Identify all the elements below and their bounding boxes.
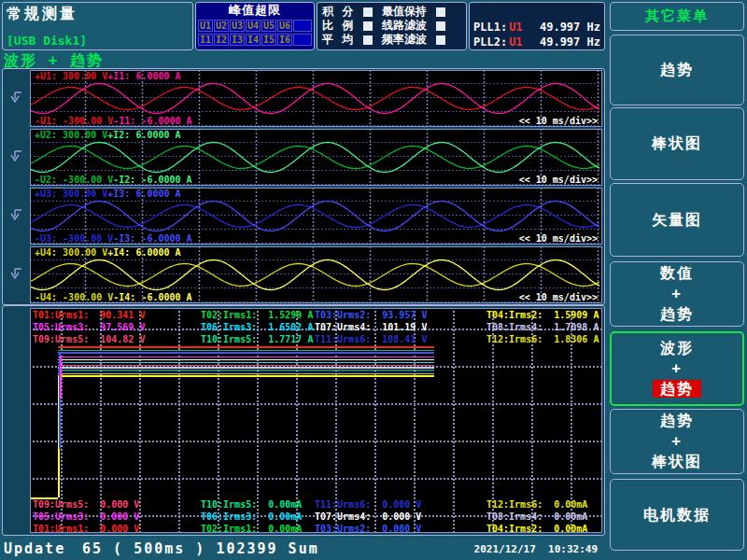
update-label: Update [4, 540, 65, 557]
peak-cell-I3: I3 [230, 34, 245, 46]
u-min-label: -U1: -300.00 V [35, 116, 113, 126]
toggle-line-filter-checkbox [436, 21, 445, 31]
waveform-channel-2: +U2: 300.00 V+I2: 6.0000 A-U2: -300.00 V… [30, 129, 602, 186]
trend-legend-entry: T08:Irms4: 1.7098 A [486, 322, 599, 332]
timebase-label: << 10 ms/div>> [519, 116, 598, 126]
toggle-freq-filter-checkbox [436, 35, 445, 45]
u-max-label: +U1: 300.00 V [35, 71, 107, 81]
peak-cell-I1: I1 [198, 34, 213, 46]
peak-cell-U1: U1 [198, 20, 213, 32]
menu-item-wave-trend[interactable]: 波形+趋势 [610, 331, 744, 406]
peak-overlimit-title: 峰值超限 [196, 3, 314, 18]
pll2-row: PLL2:U149.997 Hz [470, 35, 604, 49]
u-max-label: +U4: 300.00 V [35, 247, 107, 258]
peak-cell-U5: U5 [261, 20, 276, 32]
usb-disk-label: [USB Disk1] [7, 34, 87, 48]
menu-item-line: + [671, 284, 683, 304]
trend-legend-entry: T01:Urms1: 90.341 V [33, 310, 145, 320]
trend-legend-entry-zero: T10:Irms5: 0.00mA [201, 499, 302, 510]
i-max-label: +I3: 6.0000 A [107, 189, 180, 199]
trend-legend-entry: T07:Urms4: 101.19 V [315, 322, 427, 332]
waveform-channel-3: +U3: 300.00 V+I3: 6.0000 A-U3: -300.00 V… [30, 188, 602, 245]
toggle-freq-filter-label: 频率滤波 [382, 32, 432, 48]
menu-item-line: 数值 [660, 263, 694, 284]
peak-row-current: I1I2I3I4I5I6 [196, 34, 314, 46]
trend-legend-entry: T03:Urms2: 93.957 V [315, 310, 427, 320]
zero-position-arrow-icon [9, 149, 23, 164]
trend-legend-entry: T05:Urms3: 97.569 V [33, 322, 145, 332]
trend-legend-entry-zero: T06:Irms3: 0.00mA [201, 511, 302, 522]
menu-item-line: + [671, 358, 683, 379]
power-analyzer-screen: 常规测量 [USB Disk1] 峰值超限 U1U2U3U4U5U6 I1I2I… [0, 0, 747, 560]
menu-item-line: 波形 [660, 338, 694, 358]
trend-trace [58, 352, 434, 354]
trend-legend-entry-zero: T04:Irms2: 0.00mA [486, 524, 587, 534]
i-max-label: +I1: 6.0000 A [107, 71, 180, 81]
menu-item-vector-diagram[interactable]: 矢量图 [610, 183, 744, 257]
trend-plot: T01:Urms1: 90.341 VT02:Irms1: 1.5299 AT0… [30, 308, 602, 533]
trend-trace-riser [60, 356, 62, 399]
i-min-label: -I2: -6.0000 A [113, 175, 191, 185]
menu-item-line: 趋势 [660, 60, 694, 80]
trend-legend-entry-zero: T09:Urms5: 0.000 V [33, 499, 139, 510]
trend-legend-entry: T06:Irms3: 1.6502 A [201, 322, 313, 332]
peak-cell-I4: I4 [246, 34, 261, 46]
i-min-label: -I3: -6.0000 A [113, 233, 191, 244]
trend-trace [58, 373, 434, 375]
highlighted-label: 趋势 [653, 380, 701, 398]
trend-legend-entry: T12:Irms6: 1.8306 A [486, 334, 599, 344]
trend-legend-entry-zero: T07:Urms4: 0.000 V [315, 511, 421, 522]
menu-item-trend-bar-graph[interactable]: 趋势+棒状图 [610, 409, 744, 474]
pll1-source: U1 [509, 20, 522, 35]
pll1-label: PLL1: [473, 20, 507, 35]
menu-item-bar-graph[interactable]: 棒状图 [610, 107, 744, 180]
datetime: 2021/12/17 10:32:49 [474, 543, 598, 555]
status-bar: Update 65 ( 500ms ) 102399 Sum 2021/12/1… [0, 537, 609, 560]
peak-cell-I6: I6 [277, 34, 292, 46]
menu-item-line: 趋势 [660, 411, 694, 431]
channel-scale-bottom: -U1: -300.00 V-I1: -6.0000 A [35, 116, 192, 126]
trend-legend-entry-zero: T11:Urms6: 0.000 V [315, 499, 421, 510]
waveform-channel-4: +U4: 300.00 V+I4: 6.0000 A-U4: -300.00 V… [30, 246, 602, 303]
channel-scale-bottom: -U2: -300.00 V-I2: -6.0000 A [35, 175, 192, 185]
trend-legend-entry-zero: T02:Irms1: 0.00mA [201, 524, 302, 534]
u-max-label: +U2: 300.00 V [35, 130, 107, 140]
toggle-integration-checkbox [363, 7, 373, 17]
trend-legend-entry-zero: T08:Irms4: 0.00mA [486, 511, 587, 522]
trend-trace [58, 357, 434, 358]
timebase-label: << 10 ms/div>> [519, 233, 598, 244]
peak-row-voltage: U1U2U3U4U5U6 [196, 20, 314, 32]
peak-cell-U4: U4 [246, 20, 261, 32]
i-max-label: +I2: 6.0000 A [107, 130, 180, 140]
menu-item-line: + [671, 431, 683, 452]
soft-key-menu: 其它菜单 趋势棒状图矢量图数值+趋势波形+趋势趋势+棒状图电机数据 [609, 0, 747, 560]
menu-item-motor-data[interactable]: 电机数据 [610, 479, 744, 551]
waveform-channel-1: +U1: 300.00 V+I1: 6.0000 A-U1: -300.00 V… [30, 70, 602, 127]
update-counter: 65 ( 500ms ) 102399 Sum [82, 540, 319, 557]
trend-trace [58, 350, 434, 352]
peak-overlimit-panel: 峰值超限 U1U2U3U4U5U6 I1I2I3I4I5I6 [195, 2, 315, 50]
i-min-label: -I4: -6.0000 A [113, 292, 191, 302]
trend-legend-entry-zero: T05:Urms3: 0.000 V [33, 511, 139, 522]
zero-position-arrow-icon [9, 91, 23, 105]
trend-legend-entry: T10:Irms5: 1.7717 A [201, 334, 313, 344]
channel-scale-top: +U1: 300.00 V+I1: 6.0000 A [35, 71, 181, 81]
trend-legend-entry: T11:Urms6: 108.41 V [315, 334, 427, 344]
trend-legend-entry: T02:Irms1: 1.5299 A [201, 310, 313, 320]
trend-legend-entry: T09:Urms5: 104.82 V [33, 334, 145, 344]
waveform-panel: +U1: 300.00 V+I1: 6.0000 A-U1: -300.00 V… [2, 68, 605, 305]
u-max-label: +U3: 300.00 V [35, 189, 107, 199]
mode-title: 常规测量 [7, 5, 78, 24]
channel-scale-top: +U4: 300.00 V+I4: 6.0000 A [35, 247, 181, 258]
measure-toggles-panel: 积 分最值保持比 例线路滤波平 均频率滤波 [317, 2, 467, 50]
pll1-frequency: 49.997 Hz [540, 20, 600, 35]
trend-trace [58, 365, 434, 367]
menu-item-trend[interactable]: 趋势 [610, 35, 744, 105]
peak-cell-blank [293, 20, 312, 32]
menu-item-line: 矢量图 [652, 210, 702, 231]
pll2-source: U1 [509, 35, 522, 49]
peak-cell-U2: U2 [214, 20, 229, 32]
peak-cell-U6: U6 [277, 20, 292, 32]
menu-item-numeric-trend[interactable]: 数值+趋势 [610, 261, 744, 327]
pll1-row: PLL1:U149.997 Hz [470, 20, 604, 35]
